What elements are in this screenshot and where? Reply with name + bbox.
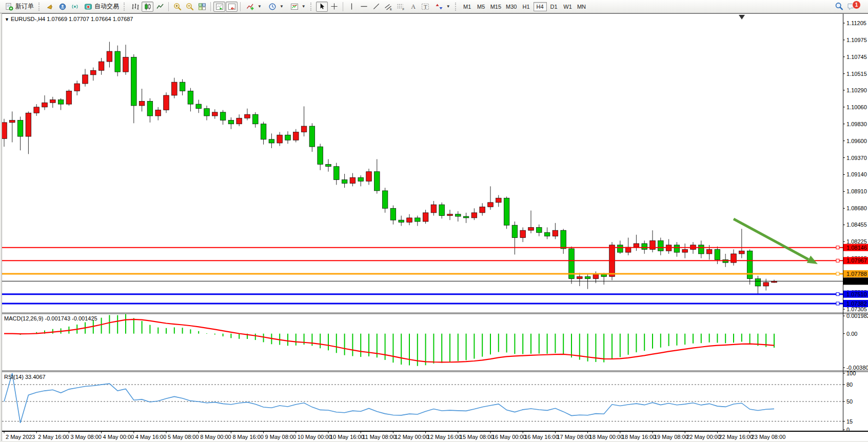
bear-candle	[326, 164, 331, 166]
horizontal-line-button[interactable]	[358, 2, 370, 12]
svg-text:0: 0	[846, 427, 850, 433]
bar-chart-icon	[131, 3, 140, 11]
bear-candle	[642, 244, 647, 249]
price-axis[interactable]: 1.112051.109751.107451.105151.102901.100…	[843, 20, 867, 312]
bar-chart-button[interactable]	[129, 2, 141, 12]
crosshair-button[interactable]	[328, 2, 340, 12]
svg-text:18 May 00:00: 18 May 00:00	[589, 434, 624, 440]
hline-handle[interactable]	[836, 272, 839, 275]
templates-button[interactable]: ▼	[287, 2, 309, 12]
time-axis[interactable]: 2 May 20232 May 16:003 May 08:004 May 00…	[4, 431, 785, 440]
toolbar-grip	[124, 3, 127, 11]
hline-handle[interactable]	[836, 246, 839, 249]
svg-text:1.11205: 1.11205	[846, 20, 866, 26]
cursor-button[interactable]	[316, 2, 328, 12]
timeframe-h4[interactable]: H4	[534, 2, 547, 11]
timeframe-m1[interactable]: M1	[461, 2, 474, 11]
candlestick-chart-button[interactable]	[142, 2, 153, 12]
svg-text:T: T	[424, 4, 427, 10]
timeframe-mn[interactable]: MN	[575, 2, 588, 11]
timeframe-m15[interactable]: M15	[488, 2, 503, 11]
zoom-in-button[interactable]	[171, 2, 183, 12]
crosshair-icon	[330, 3, 338, 10]
symbol-header: ▼ EURUSD-,H4 1.07669 1.07707 1.07664 1.0…	[5, 16, 133, 22]
bear-candle	[220, 112, 226, 120]
metaeditor-button[interactable]	[56, 2, 68, 12]
search-button[interactable]	[833, 2, 845, 12]
bull-candle	[42, 103, 48, 107]
svg-text:2 May 16:00: 2 May 16:00	[38, 434, 69, 440]
svg-text:1.08455: 1.08455	[846, 222, 867, 228]
bear-candle	[658, 240, 664, 251]
bear-candle	[601, 274, 607, 276]
news-button[interactable]	[44, 2, 56, 12]
text-button[interactable]: A	[407, 2, 419, 12]
svg-text:10 May 16:00: 10 May 16:00	[330, 434, 364, 440]
svg-text:16 May 16:00: 16 May 16:00	[524, 434, 559, 440]
bull-candle	[447, 214, 453, 216]
macd-pane[interactable]	[2, 314, 843, 371]
hline-handle[interactable]	[836, 259, 839, 262]
bear-candle	[180, 82, 185, 91]
channel-icon: E	[384, 3, 392, 11]
signal-button[interactable]	[69, 2, 81, 12]
bull-candle	[107, 51, 112, 62]
bear-candle	[131, 57, 137, 106]
chart-shift-button[interactable]	[226, 2, 238, 12]
zoom-out-button[interactable]	[184, 2, 195, 12]
timeframe-m5[interactable]: M5	[475, 2, 488, 11]
text-label-button[interactable]: T	[420, 2, 431, 12]
auto-scroll-button[interactable]	[213, 2, 225, 12]
chart-canvas[interactable]: 1.112051.109751.107451.105151.102901.100…	[0, 0, 868, 442]
bear-candle	[358, 177, 364, 181]
rsi-axis[interactable]: 1008050150	[843, 370, 856, 433]
macd-axis[interactable]: 0.0019820.00-0.003804	[843, 313, 868, 371]
chat-button[interactable]: 1	[845, 2, 858, 12]
svg-text:15: 15	[846, 418, 853, 425]
autotrading-button[interactable]: 自动交易	[81, 2, 122, 12]
new-order-button[interactable]: 新订单	[2, 2, 37, 12]
periods-button[interactable]: ▼	[265, 2, 287, 12]
search-icon	[835, 2, 843, 11]
svg-text:A: A	[411, 3, 416, 10]
collapse-chart-icon[interactable]: ▼	[5, 17, 9, 22]
svg-text:1.07687: 1.07687	[846, 278, 867, 284]
equidistant-channel-button[interactable]: E	[383, 2, 394, 12]
hline-handle[interactable]	[836, 293, 839, 296]
toolbar: 新订单 自动交易	[0, 0, 868, 13]
svg-text:1.07967: 1.07967	[846, 257, 867, 264]
timeframe-h1[interactable]: H1	[520, 2, 533, 11]
autotrading-label: 自动交易	[94, 2, 119, 11]
toolbar-separator	[210, 2, 211, 11]
vertical-line-button[interactable]	[346, 2, 358, 12]
trendline-button[interactable]	[370, 2, 382, 12]
bear-candle	[228, 120, 234, 124]
timeframe-w1[interactable]: W1	[561, 2, 575, 11]
bear-candle	[699, 245, 704, 254]
timeframe-m30[interactable]: M30	[504, 2, 519, 11]
bull-candle	[763, 283, 769, 286]
svg-text:1.10515: 1.10515	[846, 71, 867, 77]
indicators-button[interactable]: ▼	[243, 2, 265, 12]
svg-text:80: 80	[846, 381, 853, 388]
tile-windows-button[interactable]	[196, 2, 208, 12]
svg-text:1.10290: 1.10290	[846, 87, 867, 93]
fibonacci-button[interactable]: F	[395, 2, 407, 12]
svg-text:100: 100	[846, 370, 856, 376]
arrows-button[interactable]: ▼	[432, 2, 453, 12]
mt4-window: 新订单 自动交易	[0, 0, 868, 442]
dropdown-arrow-icon: ▼	[258, 4, 262, 9]
bull-candle	[423, 213, 428, 222]
bull-candle	[164, 95, 169, 110]
svg-text:0.001982: 0.001982	[846, 313, 868, 319]
line-chart-button[interactable]	[154, 2, 166, 12]
bull-candle	[528, 227, 534, 230]
timeframe-d1[interactable]: D1	[547, 2, 561, 11]
hline-handle[interactable]	[836, 302, 839, 305]
bear-candle	[755, 279, 761, 286]
bull-candle	[172, 82, 177, 95]
bear-candle	[58, 100, 64, 105]
line-chart-icon	[156, 3, 164, 11]
horizontal-line-icon	[360, 3, 368, 10]
svg-text:1.07788: 1.07788	[846, 271, 867, 277]
